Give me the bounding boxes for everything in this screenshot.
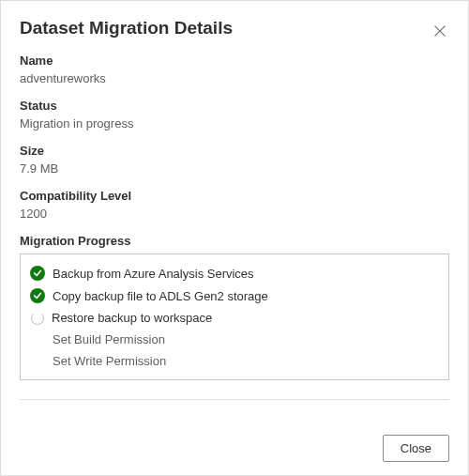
step-label: Restore backup to workspace (52, 311, 212, 325)
compat-label: Compatibility Level (20, 189, 449, 203)
field-status: Status Migration in progress (20, 99, 449, 131)
dialog-title: Dataset Migration Details (20, 18, 233, 38)
dialog-header: Dataset Migration Details (20, 18, 449, 40)
progress-step: Restore backup to workspace (30, 307, 439, 329)
close-button[interactable]: Close (383, 435, 449, 462)
spinner-icon (31, 312, 44, 325)
dialog-footer: Close (20, 423, 449, 462)
field-compat: Compatibility Level 1200 (20, 189, 449, 221)
check-icon (30, 266, 45, 281)
status-value: Migration in progress (20, 116, 449, 131)
progress-list: Backup from Azure Analysis Services Copy… (20, 253, 449, 380)
field-size: Size 7.9 MB (20, 144, 449, 176)
progress-heading: Migration Progress (20, 234, 449, 248)
divider (20, 399, 449, 400)
step-label: Set Build Permission (53, 332, 165, 346)
compat-value: 1200 (20, 207, 449, 221)
step-label: Copy backup file to ADLS Gen2 storage (53, 289, 268, 303)
name-value: adventureworks (20, 71, 449, 85)
field-name: Name adventureworks (20, 54, 449, 85)
check-icon (30, 288, 45, 303)
progress-step: Copy backup file to ADLS Gen2 storage (30, 284, 439, 307)
close-icon[interactable] (431, 22, 449, 40)
step-label: Set Write Permission (53, 354, 166, 368)
status-label: Status (20, 99, 449, 113)
progress-step: Set Build Permission (30, 329, 439, 350)
size-value: 7.9 MB (20, 161, 449, 176)
size-label: Size (20, 144, 449, 158)
migration-details-dialog: Dataset Migration Details Name adventure… (0, 0, 469, 476)
progress-step: Backup from Azure Analysis Services (30, 262, 439, 284)
step-label: Backup from Azure Analysis Services (53, 267, 254, 281)
progress-step: Set Write Permission (30, 350, 439, 372)
name-label: Name (20, 54, 449, 68)
